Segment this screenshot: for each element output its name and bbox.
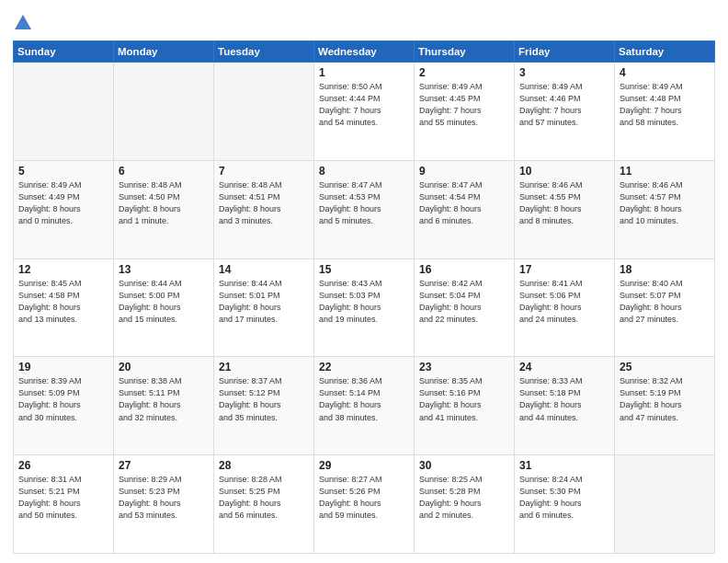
calendar-cell: 9Sunrise: 8:47 AM Sunset: 4:54 PM Daylig… bbox=[415, 160, 515, 259]
day-number: 4 bbox=[620, 66, 710, 79]
calendar-cell: 6Sunrise: 8:48 AM Sunset: 4:50 PM Daylig… bbox=[114, 160, 214, 259]
weekday-header-friday: Friday bbox=[515, 41, 615, 63]
cell-text: Sunrise: 8:31 AM Sunset: 5:21 PM Dayligh… bbox=[18, 474, 108, 522]
day-number: 10 bbox=[519, 165, 609, 178]
calendar-cell: 10Sunrise: 8:46 AM Sunset: 4:55 PM Dayli… bbox=[515, 160, 615, 259]
cell-text: Sunrise: 8:46 AM Sunset: 4:55 PM Dayligh… bbox=[519, 179, 609, 227]
calendar-cell bbox=[615, 455, 715, 554]
calendar-cell bbox=[114, 63, 214, 161]
cell-text: Sunrise: 8:36 AM Sunset: 5:14 PM Dayligh… bbox=[319, 375, 409, 423]
calendar-cell: 25Sunrise: 8:32 AM Sunset: 5:19 PM Dayli… bbox=[615, 357, 715, 455]
cell-text: Sunrise: 8:40 AM Sunset: 5:07 PM Dayligh… bbox=[620, 278, 710, 326]
cell-text: Sunrise: 8:46 AM Sunset: 4:57 PM Dayligh… bbox=[620, 179, 710, 227]
day-number: 29 bbox=[319, 459, 409, 472]
day-number: 17 bbox=[519, 263, 609, 276]
cell-text: Sunrise: 8:48 AM Sunset: 4:51 PM Dayligh… bbox=[219, 179, 309, 227]
day-number: 9 bbox=[419, 165, 509, 178]
calendar-cell: 16Sunrise: 8:42 AM Sunset: 5:04 PM Dayli… bbox=[415, 259, 515, 357]
day-number: 11 bbox=[620, 165, 710, 178]
calendar-cell: 27Sunrise: 8:29 AM Sunset: 5:23 PM Dayli… bbox=[114, 455, 214, 554]
day-number: 20 bbox=[119, 361, 209, 373]
calendar-cell: 31Sunrise: 8:24 AM Sunset: 5:30 PM Dayli… bbox=[515, 455, 615, 554]
cell-text: Sunrise: 8:49 AM Sunset: 4:48 PM Dayligh… bbox=[620, 81, 710, 129]
cell-text: Sunrise: 8:49 AM Sunset: 4:49 PM Dayligh… bbox=[18, 179, 108, 227]
calendar-cell: 4Sunrise: 8:49 AM Sunset: 4:48 PM Daylig… bbox=[615, 63, 715, 161]
calendar-cell: 11Sunrise: 8:46 AM Sunset: 4:57 PM Dayli… bbox=[615, 160, 715, 259]
day-number: 25 bbox=[620, 361, 710, 373]
calendar-cell: 24Sunrise: 8:33 AM Sunset: 5:18 PM Dayli… bbox=[515, 357, 615, 455]
day-number: 1 bbox=[319, 66, 409, 79]
calendar-cell: 14Sunrise: 8:44 AM Sunset: 5:01 PM Dayli… bbox=[214, 259, 314, 357]
day-number: 7 bbox=[219, 165, 309, 178]
cell-text: Sunrise: 8:38 AM Sunset: 5:11 PM Dayligh… bbox=[119, 375, 209, 423]
calendar-cell: 21Sunrise: 8:37 AM Sunset: 5:12 PM Dayli… bbox=[214, 357, 314, 455]
day-number: 24 bbox=[519, 361, 609, 373]
calendar-cell: 23Sunrise: 8:35 AM Sunset: 5:16 PM Dayli… bbox=[415, 357, 515, 455]
calendar-week-row: 12Sunrise: 8:45 AM Sunset: 4:58 PM Dayli… bbox=[14, 259, 715, 357]
calendar-cell bbox=[14, 63, 114, 161]
cell-text: Sunrise: 8:45 AM Sunset: 4:58 PM Dayligh… bbox=[18, 278, 108, 326]
cell-text: Sunrise: 8:49 AM Sunset: 4:45 PM Dayligh… bbox=[419, 81, 509, 129]
cell-text: Sunrise: 8:27 AM Sunset: 5:26 PM Dayligh… bbox=[319, 474, 409, 522]
cell-text: Sunrise: 8:37 AM Sunset: 5:12 PM Dayligh… bbox=[219, 375, 309, 423]
weekday-header-wednesday: Wednesday bbox=[314, 41, 415, 63]
day-number: 28 bbox=[219, 459, 309, 472]
cell-text: Sunrise: 8:41 AM Sunset: 5:06 PM Dayligh… bbox=[519, 278, 609, 326]
day-number: 6 bbox=[119, 165, 209, 178]
calendar-cell: 29Sunrise: 8:27 AM Sunset: 5:26 PM Dayli… bbox=[314, 455, 415, 554]
weekday-header-monday: Monday bbox=[114, 41, 214, 63]
cell-text: Sunrise: 8:42 AM Sunset: 5:04 PM Dayligh… bbox=[419, 278, 509, 326]
cell-text: Sunrise: 8:25 AM Sunset: 5:28 PM Dayligh… bbox=[419, 474, 509, 522]
cell-text: Sunrise: 8:47 AM Sunset: 4:54 PM Dayligh… bbox=[419, 179, 509, 227]
cell-text: Sunrise: 8:39 AM Sunset: 5:09 PM Dayligh… bbox=[18, 375, 108, 423]
day-number: 2 bbox=[419, 66, 509, 79]
calendar-week-row: 26Sunrise: 8:31 AM Sunset: 5:21 PM Dayli… bbox=[14, 455, 715, 554]
day-number: 21 bbox=[219, 361, 309, 373]
header bbox=[13, 11, 715, 33]
page: SundayMondayTuesdayWednesdayThursdayFrid… bbox=[0, 0, 728, 563]
cell-text: Sunrise: 8:47 AM Sunset: 4:53 PM Dayligh… bbox=[319, 179, 409, 227]
calendar-cell: 19Sunrise: 8:39 AM Sunset: 5:09 PM Dayli… bbox=[14, 357, 114, 455]
calendar-cell: 5Sunrise: 8:49 AM Sunset: 4:49 PM Daylig… bbox=[14, 160, 114, 259]
day-number: 12 bbox=[18, 263, 108, 276]
day-number: 30 bbox=[419, 459, 509, 472]
day-number: 8 bbox=[319, 165, 409, 178]
calendar-cell: 15Sunrise: 8:43 AM Sunset: 5:03 PM Dayli… bbox=[314, 259, 415, 357]
day-number: 19 bbox=[18, 361, 108, 373]
calendar-cell: 12Sunrise: 8:45 AM Sunset: 4:58 PM Dayli… bbox=[14, 259, 114, 357]
day-number: 27 bbox=[119, 459, 209, 472]
cell-text: Sunrise: 8:32 AM Sunset: 5:19 PM Dayligh… bbox=[620, 375, 710, 423]
weekday-header-tuesday: Tuesday bbox=[214, 41, 314, 63]
calendar-cell: 22Sunrise: 8:36 AM Sunset: 5:14 PM Dayli… bbox=[314, 357, 415, 455]
cell-text: Sunrise: 8:49 AM Sunset: 4:46 PM Dayligh… bbox=[519, 81, 609, 129]
calendar-table: SundayMondayTuesdayWednesdayThursdayFrid… bbox=[13, 40, 715, 554]
day-number: 22 bbox=[319, 361, 409, 373]
calendar-cell: 13Sunrise: 8:44 AM Sunset: 5:00 PM Dayli… bbox=[114, 259, 214, 357]
day-number: 15 bbox=[319, 263, 409, 276]
cell-text: Sunrise: 8:48 AM Sunset: 4:50 PM Dayligh… bbox=[119, 179, 209, 227]
calendar-cell: 20Sunrise: 8:38 AM Sunset: 5:11 PM Dayli… bbox=[114, 357, 214, 455]
day-number: 26 bbox=[18, 459, 108, 472]
calendar-cell: 17Sunrise: 8:41 AM Sunset: 5:06 PM Dayli… bbox=[515, 259, 615, 357]
weekday-header-row: SundayMondayTuesdayWednesdayThursdayFrid… bbox=[14, 41, 715, 63]
calendar-week-row: 19Sunrise: 8:39 AM Sunset: 5:09 PM Dayli… bbox=[14, 357, 715, 455]
cell-text: Sunrise: 8:44 AM Sunset: 5:01 PM Dayligh… bbox=[219, 278, 309, 326]
day-number: 5 bbox=[18, 165, 108, 178]
calendar-cell: 26Sunrise: 8:31 AM Sunset: 5:21 PM Dayli… bbox=[14, 455, 114, 554]
cell-text: Sunrise: 8:43 AM Sunset: 5:03 PM Dayligh… bbox=[319, 278, 409, 326]
day-number: 23 bbox=[419, 361, 509, 373]
day-number: 18 bbox=[620, 263, 710, 276]
cell-text: Sunrise: 8:24 AM Sunset: 5:30 PM Dayligh… bbox=[519, 474, 609, 522]
cell-text: Sunrise: 8:29 AM Sunset: 5:23 PM Dayligh… bbox=[119, 474, 209, 522]
cell-text: Sunrise: 8:50 AM Sunset: 4:44 PM Dayligh… bbox=[319, 81, 409, 129]
weekday-header-saturday: Saturday bbox=[615, 41, 715, 63]
calendar-cell: 28Sunrise: 8:28 AM Sunset: 5:25 PM Dayli… bbox=[214, 455, 314, 554]
calendar-cell: 2Sunrise: 8:49 AM Sunset: 4:45 PM Daylig… bbox=[415, 63, 515, 161]
day-number: 31 bbox=[519, 459, 609, 472]
cell-text: Sunrise: 8:44 AM Sunset: 5:00 PM Dayligh… bbox=[119, 278, 209, 326]
day-number: 13 bbox=[119, 263, 209, 276]
calendar-cell: 1Sunrise: 8:50 AM Sunset: 4:44 PM Daylig… bbox=[314, 63, 415, 161]
cell-text: Sunrise: 8:35 AM Sunset: 5:16 PM Dayligh… bbox=[419, 375, 509, 423]
calendar-week-row: 1Sunrise: 8:50 AM Sunset: 4:44 PM Daylig… bbox=[14, 63, 715, 161]
calendar-cell: 30Sunrise: 8:25 AM Sunset: 5:28 PM Dayli… bbox=[415, 455, 515, 554]
